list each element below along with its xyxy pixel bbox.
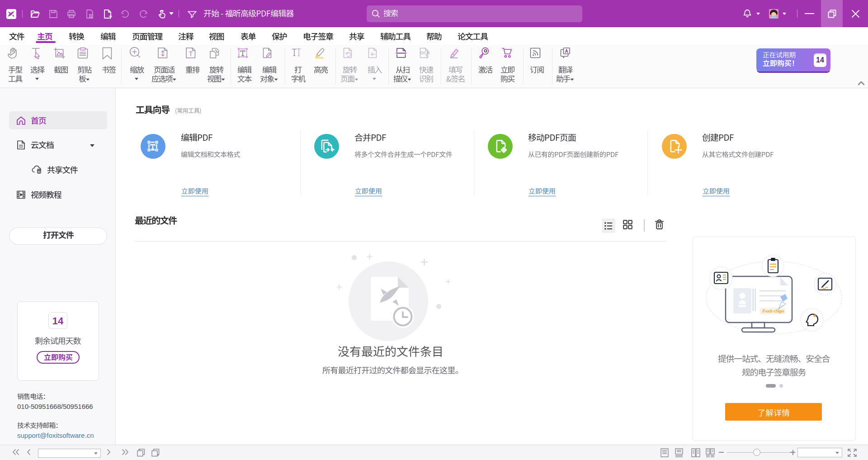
svg-text:Foxit eSign: Foxit eSign [762,308,784,313]
svg-text:OCR: OCR [420,50,430,55]
